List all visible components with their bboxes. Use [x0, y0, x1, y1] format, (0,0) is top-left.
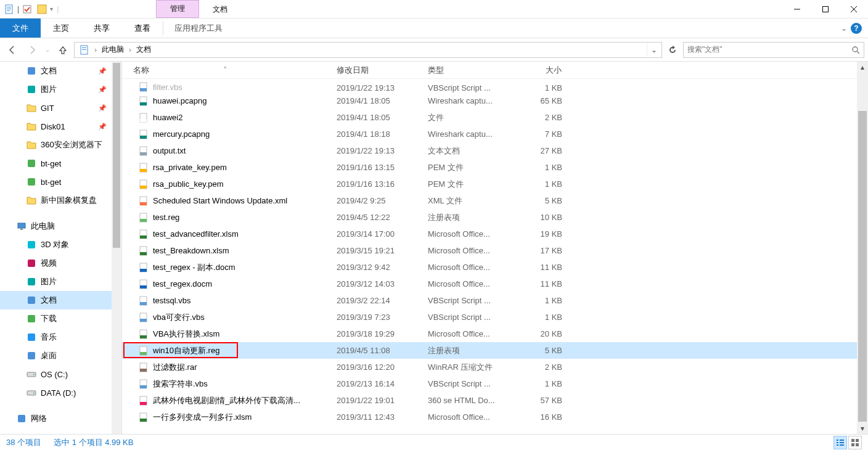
- svg-point-13: [853, 47, 858, 52]
- file-name: output.txt: [153, 146, 186, 155]
- nav-item[interactable]: 下载: [0, 309, 121, 328]
- file-row[interactable]: test_regex.docm2019/3/12 14:03Microsoft …: [122, 276, 868, 292]
- svg-rect-72: [140, 402, 147, 405]
- breadcrumb-this-pc[interactable]: 此电脑: [98, 44, 128, 55]
- up-button[interactable]: [54, 41, 72, 59]
- file-size: 1 KB: [515, 163, 567, 172]
- file-type: PEM 文件: [423, 179, 515, 190]
- column-type[interactable]: 类型: [423, 65, 515, 76]
- tab-home[interactable]: 主页: [41, 18, 81, 38]
- svg-rect-4: [23, 6, 31, 13]
- minimize-button[interactable]: [783, 0, 811, 18]
- nav-item[interactable]: 文档📌: [0, 62, 121, 80]
- column-size[interactable]: 大小: [515, 65, 567, 76]
- nav-item[interactable]: 360安全浏览器下: [0, 136, 121, 154]
- file-name: test_regex - 副本.docm: [153, 262, 235, 273]
- list-scrollbar[interactable]: ▴ ▾: [857, 62, 868, 434]
- nav-item[interactable]: 视频: [0, 254, 121, 272]
- file-row[interactable]: win10自动更新.reg2019/4/5 11:08注册表项5 KB: [122, 342, 868, 359]
- nav-item[interactable]: 此电脑: [0, 217, 121, 235]
- scroll-down-icon[interactable]: ▾: [857, 423, 868, 434]
- properties-icon[interactable]: [20, 2, 34, 16]
- file-row[interactable]: huawei.pcapng2019/4/1 18:05Wireshark cap…: [122, 92, 868, 109]
- column-date[interactable]: 修改日期: [332, 65, 423, 76]
- nav-item[interactable]: 音乐: [0, 328, 121, 346]
- thumbnails-view-button[interactable]: [848, 436, 862, 449]
- file-date: 2019/3/19 7:23: [332, 313, 423, 322]
- nav-item[interactable]: Disk01📌: [0, 117, 121, 136]
- svg-rect-81: [851, 439, 854, 442]
- tab-share[interactable]: 共享: [81, 18, 122, 38]
- doc-icon[interactable]: [2, 2, 16, 16]
- svg-rect-80: [840, 444, 844, 446]
- address-dropdown-icon[interactable]: ⌄: [647, 43, 660, 57]
- file-row[interactable]: huawei22019/4/1 18:05文件2 KB: [122, 109, 868, 126]
- file-row[interactable]: testsql.vbs2019/3/2 22:14VBScript Script…: [122, 292, 868, 309]
- file-row[interactable]: test_advancedfilter.xlsm2019/3/14 17:00M…: [122, 226, 868, 242]
- file-row[interactable]: test_regex - 副本.docm2019/3/12 9:42Micros…: [122, 259, 868, 276]
- tab-app-tools[interactable]: 应用程序工具: [163, 18, 234, 38]
- file-row[interactable]: test_Breakdown.xlsm2019/3/15 19:21Micros…: [122, 242, 868, 259]
- forward-button[interactable]: [23, 41, 41, 59]
- file-type: VBScript Script ...: [423, 296, 515, 305]
- file-row[interactable]: output.txt2019/1/22 19:13文本文档27 KB: [122, 142, 868, 159]
- breadcrumb-documents[interactable]: 文档: [133, 44, 155, 55]
- file-row[interactable]: 武林外传电视剧剧情_武林外传下载高清...2019/1/22 19:01360 …: [122, 392, 868, 409]
- details-view-button[interactable]: [833, 436, 847, 449]
- nav-item[interactable]: 新中国象棋复盘: [0, 191, 121, 210]
- nav-item[interactable]: 3D 对象: [0, 235, 121, 254]
- nav-item[interactable]: bt-get: [0, 173, 121, 191]
- nav-item[interactable]: 网络: [0, 409, 121, 428]
- file-date: 2019/3/18 19:29: [332, 329, 423, 338]
- nav-item[interactable]: DATA (D:): [0, 383, 121, 402]
- file-row[interactable]: mercury.pcapng2019/4/1 18:18Wireshark ca…: [122, 126, 868, 142]
- context-tab-manage[interactable]: 管理: [156, 0, 199, 18]
- file-row[interactable]: test.reg2019/4/5 12:22注册表项10 KB: [122, 209, 868, 226]
- file-row[interactable]: 一行多列变成一列多行.xlsm2019/3/11 12:43Microsoft …: [122, 409, 868, 425]
- nav-scrollbar[interactable]: [112, 62, 121, 434]
- close-button[interactable]: [840, 0, 868, 18]
- search-icon[interactable]: [851, 46, 860, 54]
- file-row[interactable]: rsa_private_key.pem2019/1/16 13:15PEM 文件…: [122, 159, 868, 176]
- address-bar[interactable]: › 此电脑 › 文档 ⌄: [74, 42, 662, 58]
- file-icon: [138, 195, 149, 207]
- file-tab[interactable]: 文件: [0, 18, 41, 38]
- file-type: PEM 文件: [423, 162, 515, 173]
- chevron-right-icon[interactable]: ›: [128, 46, 133, 54]
- nav-item[interactable]: 文档: [0, 291, 121, 309]
- scroll-up-icon[interactable]: ▴: [857, 62, 868, 73]
- nav-item[interactable]: bt-get: [0, 154, 121, 173]
- recent-chevron-icon[interactable]: ⌄: [43, 41, 52, 59]
- nav-item[interactable]: 桌面: [0, 346, 121, 365]
- refresh-button[interactable]: [665, 42, 681, 58]
- column-name[interactable]: 名称˄: [122, 65, 332, 76]
- file-row[interactable]: VBA执行替换.xlsm2019/3/18 19:29Microsoft Off…: [122, 325, 868, 342]
- file-row[interactable]: 过滤数据.rar2019/3/16 12:20WinRAR 压缩文件2 KB: [122, 359, 868, 375]
- file-icon: [138, 262, 149, 273]
- nav-item[interactable]: 图片📌: [0, 80, 121, 99]
- back-button[interactable]: [4, 41, 21, 59]
- file-row[interactable]: rsa_public_key.pem2019/1/16 13:16PEM 文件1…: [122, 176, 868, 192]
- nav-item-label: 音乐: [41, 332, 57, 343]
- folder-icon: [26, 139, 37, 150]
- dropdown-icon[interactable]: [35, 2, 49, 16]
- nav-item[interactable]: 图片: [0, 272, 121, 291]
- svg-rect-82: [856, 439, 859, 442]
- svg-rect-38: [140, 119, 147, 122]
- nav-item[interactable]: GIT📌: [0, 99, 121, 117]
- file-row[interactable]: Scheduled Start Windows Update.xml2019/4…: [122, 192, 868, 209]
- ribbon-expand-icon[interactable]: ⌄: [841, 24, 847, 33]
- nav-item[interactable]: OS (C:): [0, 365, 121, 383]
- search-input[interactable]: 搜索"文档": [683, 42, 864, 58]
- desk-icon: [26, 350, 37, 361]
- chevron-right-icon[interactable]: ›: [93, 46, 98, 54]
- file-type: Microsoft Office...: [423, 279, 515, 288]
- qat-chevron-icon[interactable]: ▾: [50, 6, 53, 12]
- file-row[interactable]: vba可变行.vbs2019/3/19 7:23VBScript Script …: [122, 309, 868, 325]
- file-row[interactable]: filter.vbs2019/1/22 19:13VBScript Script…: [122, 79, 868, 92]
- maximize-button[interactable]: [811, 0, 840, 18]
- file-row[interactable]: 搜索字符串.vbs2019/2/13 16:14VBScript Script …: [122, 375, 868, 392]
- help-icon[interactable]: ?: [851, 23, 862, 34]
- tab-view[interactable]: 查看: [122, 18, 163, 38]
- file-name: rsa_private_key.pem: [153, 163, 227, 172]
